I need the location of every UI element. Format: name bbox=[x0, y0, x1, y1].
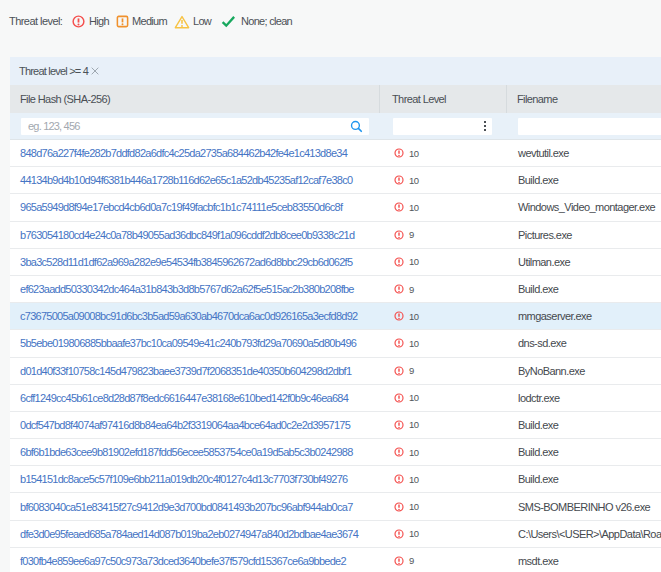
filename-cell: Build.exe bbox=[507, 439, 661, 465]
file-hash-link[interactable]: 0dcf547bd8f4074af97416d8b84ea64b2f331906… bbox=[20, 419, 350, 431]
file-hash-link[interactable]: b763054180cd4e24c0a78b49055ad36dbc849f1a… bbox=[20, 229, 354, 241]
file-hash-link[interactable]: 6bf6b1bde63cee9b81902efd187fdd56ecee5853… bbox=[20, 446, 353, 458]
table-row[interactable]: bf6083040ca51e83415f27c9412d9e3d700bd084… bbox=[10, 493, 661, 520]
active-filter-bar: Threat level >= 4 bbox=[10, 57, 661, 85]
close-icon[interactable] bbox=[90, 66, 100, 76]
file-hash-cell: b154151dc8ace5c57f109e6bb211a019db20c4f0… bbox=[10, 466, 380, 492]
filename-filter-cell bbox=[507, 113, 661, 139]
threat-level-cell: 10 bbox=[380, 167, 507, 193]
threat-level-legend: Threat level: High Medium bbox=[0, 8, 661, 34]
file-hash-cell: 5b5ebe019806885bbaafe37bc10ca09549e41c24… bbox=[10, 330, 380, 356]
filename-value: mmgaserver.exe bbox=[518, 310, 592, 322]
threat-level-cell: 9 bbox=[380, 358, 507, 384]
circle-exclamation-icon bbox=[394, 420, 404, 430]
file-hash-cell: d01d40f33f10758c145d479823baee3739d7f206… bbox=[10, 358, 380, 384]
filename-cell: Build.exe bbox=[507, 466, 661, 492]
file-hash-cell: 44134b9d4b10d94f6381b446a1728b116d62e65c… bbox=[10, 167, 380, 193]
file-hash-cell: b763054180cd4e24c0a78b49055ad36dbc849f1a… bbox=[10, 222, 380, 248]
file-hash-cell: 0dcf547bd8f4074af97416d8b84ea64b2f331906… bbox=[10, 412, 380, 438]
table-row[interactable]: 0dcf547bd8f4074af97416d8b84ea64b2f331906… bbox=[10, 412, 661, 439]
filename-cell: C:\Users\<USER>\AppData\Roaming bbox=[507, 521, 661, 547]
column-header-file-hash[interactable]: File Hash (SHA-256) bbox=[10, 85, 380, 113]
file-hash-cell: 6cff1249cc45b61ce8d28d87f8edc6616447e381… bbox=[10, 385, 380, 411]
legend-item-low: Low bbox=[174, 8, 211, 34]
file-hash-link[interactable]: 6cff1249cc45b61ce8d28d87f8edc6616447e381… bbox=[20, 392, 348, 404]
table-row[interactable]: 44134b9d4b10d94f6381b446a1728b116d62e65c… bbox=[10, 167, 661, 194]
table-row[interactable]: b154151dc8ace5c57f109e6bb211a019db20c4f0… bbox=[10, 466, 661, 493]
threat-level-cell: 10 bbox=[380, 385, 507, 411]
table-row[interactable]: 3ba3c528d11d1df62a969a282e9e54534fb38459… bbox=[10, 249, 661, 276]
filename-cell: Windows_Video_montager.exe bbox=[507, 194, 661, 220]
table-row[interactable]: 965a5949d8f94e17ebcd4cb6d0a7c19f49facbfc… bbox=[10, 194, 661, 221]
file-hash-link[interactable]: 965a5949d8f94e17ebcd4cb6d0a7c19f49facbfc… bbox=[20, 201, 342, 213]
check-icon bbox=[220, 15, 237, 28]
file-hash-cell: 3ba3c528d11d1df62a969a282e9e54534fb38459… bbox=[10, 249, 380, 275]
threat-level-value: 10 bbox=[409, 311, 419, 322]
file-hash-link[interactable]: 44134b9d4b10d94f6381b446a1728b116d62e65c… bbox=[20, 174, 352, 186]
table-row[interactable]: b763054180cd4e24c0a78b49055ad36dbc849f1a… bbox=[10, 222, 661, 249]
threat-level-value: 10 bbox=[409, 501, 419, 512]
file-hash-cell: ef623aadd50330342dc464a31b843b3d8b5767d6… bbox=[10, 276, 380, 302]
threat-table: File Hash (SHA-256) Threat Level Filenam… bbox=[10, 85, 661, 572]
table-row[interactable]: c73675005a09008bc91d6bc3b5ad59a630ab4670… bbox=[10, 303, 661, 330]
triangle-exclamation-icon bbox=[174, 13, 190, 29]
search-icon[interactable] bbox=[350, 120, 363, 133]
file-hash-link[interactable]: 5b5ebe019806885bbaafe37bc10ca09549e41c24… bbox=[20, 337, 356, 349]
legend-label: Threat level: bbox=[9, 8, 62, 34]
legend-item-high: High bbox=[72, 8, 109, 34]
filename-value: Build.exe bbox=[518, 446, 558, 458]
file-hash-link[interactable]: b154151dc8ace5c57f109e6bb211a019db20c4f0… bbox=[20, 473, 347, 485]
threat-level-value: 10 bbox=[409, 148, 419, 159]
table-row[interactable]: 5b5ebe019806885bbaafe37bc10ca09549e41c24… bbox=[10, 330, 661, 357]
circle-exclamation-icon bbox=[394, 257, 404, 267]
file-hash-link[interactable]: bf6083040ca51e83415f27c9412d9e3d700bd084… bbox=[20, 501, 353, 513]
filename-value: ByNoBann.exe bbox=[518, 365, 585, 377]
filename-cell: SMS-BOMBERINHO v26.exe bbox=[507, 493, 661, 519]
threat-level-cell: 10 bbox=[380, 466, 507, 492]
filename-cell: mmgaserver.exe bbox=[507, 303, 661, 329]
file-hash-cell: bf6083040ca51e83415f27c9412d9e3d700bd084… bbox=[10, 493, 380, 519]
file-hash-link[interactable]: 848d76a227f4fe282b7ddfd82a6dfc4c25da2735… bbox=[20, 147, 347, 159]
table-row[interactable]: d01d40f33f10758c145d479823baee3739d7f206… bbox=[10, 358, 661, 385]
circle-exclamation-icon bbox=[394, 447, 404, 457]
filename-value: Build.exe bbox=[518, 473, 558, 485]
table-row[interactable]: dfe3d0e95feaed685a784aed14d087b019ba2eb0… bbox=[10, 521, 661, 548]
file-hash-link[interactable]: dfe3d0e95feaed685a784aed14d087b019ba2eb0… bbox=[20, 528, 358, 540]
filter-chip[interactable]: Threat level >= 4 bbox=[19, 65, 100, 77]
file-hash-link[interactable]: c73675005a09008bc91d6bc3b5ad59a630ab4670… bbox=[20, 310, 357, 322]
legend-item-medium: Medium bbox=[116, 8, 167, 34]
circle-exclamation-icon bbox=[394, 338, 404, 348]
table-row[interactable]: 6cff1249cc45b61ce8d28d87f8edc6616447e381… bbox=[10, 385, 661, 412]
hash-search-input[interactable]: eg. 123, 456 bbox=[21, 118, 369, 135]
file-hash-link[interactable]: ef623aadd50330342dc464a31b843b3d8b5767d6… bbox=[20, 283, 354, 295]
legend-item-none: None; clean bbox=[220, 8, 292, 34]
file-hash-link[interactable]: 3ba3c528d11d1df62a969a282e9e54534fb38459… bbox=[20, 256, 352, 268]
filter-chip-label: Threat level >= 4 bbox=[19, 65, 88, 77]
circle-exclamation-icon bbox=[394, 474, 404, 484]
filename-filter-input[interactable] bbox=[518, 118, 661, 135]
threat-level-cell: 10 bbox=[380, 412, 507, 438]
circle-exclamation-icon bbox=[394, 311, 404, 321]
circle-exclamation-icon bbox=[394, 556, 404, 566]
table-row[interactable]: f030fb4e859ee6a97c50c973a73dced3640befe3… bbox=[10, 548, 661, 572]
column-header-filename[interactable]: Filename bbox=[507, 85, 661, 113]
threat-filter-cell bbox=[380, 113, 507, 139]
file-hash-cell: f030fb4e859ee6a97c50c973a73dced3640befe3… bbox=[10, 548, 380, 572]
filename-value: C:\Users\<USER>\AppData\Roaming bbox=[518, 528, 661, 540]
threat-filter-input[interactable] bbox=[393, 118, 492, 135]
file-hash-link[interactable]: d01d40f33f10758c145d479823baee3739d7f206… bbox=[20, 365, 351, 377]
table-row[interactable]: 6bf6b1bde63cee9b81902efd187fdd56ecee5853… bbox=[10, 439, 661, 466]
circle-exclamation-icon bbox=[394, 366, 404, 376]
file-hash-link[interactable]: f030fb4e859ee6a97c50c973a73dced3640befe3… bbox=[20, 555, 346, 567]
table-row[interactable]: ef623aadd50330342dc464a31b843b3d8b5767d6… bbox=[10, 276, 661, 303]
column-header-threat-level[interactable]: Threat Level bbox=[380, 85, 507, 113]
filename-cell: msdt.exe bbox=[507, 548, 661, 572]
threat-level-value: 9 bbox=[409, 365, 414, 376]
hash-filter-cell: eg. 123, 456 bbox=[10, 113, 380, 139]
dots-vertical-icon[interactable] bbox=[484, 120, 486, 132]
table-row[interactable]: 848d76a227f4fe282b7ddfd82a6dfc4c25da2735… bbox=[10, 140, 661, 167]
filename-cell: dns-sd.exe bbox=[507, 330, 661, 356]
filename-cell: Utilman.exe bbox=[507, 249, 661, 275]
file-hash-cell: c73675005a09008bc91d6bc3b5ad59a630ab4670… bbox=[10, 303, 380, 329]
threat-level-cell: 10 bbox=[380, 493, 507, 519]
